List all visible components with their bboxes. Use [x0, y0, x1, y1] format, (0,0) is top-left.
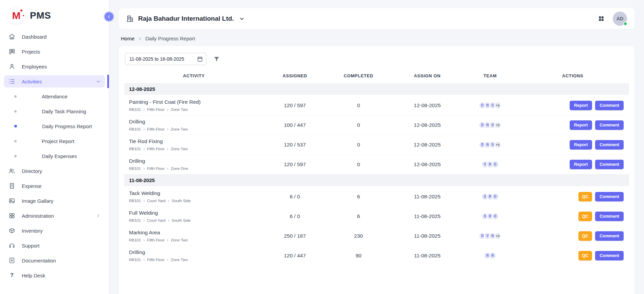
report-button[interactable]: Report [570, 140, 592, 150]
sidebar-item-expense[interactable]: Expense [4, 180, 105, 192]
path-segment: Zone Two [171, 107, 188, 112]
breadcrumb-home-link[interactable]: Home [121, 36, 134, 41]
qc-button[interactable]: QC [578, 212, 592, 221]
avatar-overflow-chip[interactable]: +2 [494, 102, 501, 109]
report-button[interactable]: Report [570, 101, 592, 110]
topbar-right: AD [598, 12, 627, 26]
path-segment: Fifth Floor [147, 258, 165, 262]
column-header-activity: ACTIVITY [124, 73, 263, 78]
column-header-assigned: ASSIGNED [263, 73, 326, 78]
activity-title: Drilling [129, 158, 263, 164]
sidebar-item-label: Daily Progress Report [42, 123, 92, 129]
comment-button[interactable]: Comment [595, 160, 624, 169]
assigned-value: 120 / 597 [263, 161, 326, 168]
activity-location-path: RB101Court YardSouth Side [129, 218, 263, 222]
avatar-chip[interactable]: D [492, 161, 499, 168]
bullet-dot-icon [14, 125, 17, 128]
breadcrumb: Home Daily Progress Report [121, 35, 632, 41]
assign-on-value: 12-08-2025 [391, 102, 464, 109]
sidebar-item-label: Attendance [42, 94, 68, 99]
comment-button[interactable]: Comment [595, 251, 624, 260]
app-name: PMS [30, 10, 51, 21]
completed-value: 6 [326, 194, 391, 200]
sidebar-subitem-daily-progress-report[interactable]: Daily Progress Report [4, 120, 105, 132]
qc-button[interactable]: QC [578, 231, 592, 241]
row-actions: QC Comment [516, 212, 629, 221]
sidebar-subitem-project-report[interactable]: Project Report [4, 135, 105, 147]
report-button[interactable]: Report [570, 120, 592, 130]
list-icon [8, 78, 16, 85]
comment-button[interactable]: Comment [595, 120, 624, 130]
path-segment: Court Yard [147, 218, 166, 222]
main-area: Raja Bahadur International Ltd. AD Home … [109, 0, 644, 294]
sidebar-item-activities[interactable]: Activities [4, 75, 105, 87]
headset-icon [8, 242, 16, 249]
comment-button[interactable]: Comment [595, 212, 624, 221]
sidebar-item-dashboard[interactable]: Dashboard [4, 31, 105, 43]
row-actions: QC Comment [516, 192, 629, 201]
sidebar-item-projects[interactable]: Projects [4, 45, 105, 58]
company-selector[interactable]: Raja Bahadur International Ltd. [126, 15, 245, 22]
sidebar-item-image-gallery[interactable]: Image Gallary [4, 195, 105, 207]
grid-icon [8, 212, 16, 219]
sidebar-item-administration[interactable]: Administration [4, 210, 105, 222]
assigned-value: 120 / 537 [263, 142, 326, 148]
activity-title: Painting - First Coat (Fire Red) [129, 99, 263, 105]
report-button[interactable]: Report [570, 160, 592, 169]
activity-location-path: RB101Court YardSouth Side [129, 199, 263, 203]
path-segment: Zone Two [171, 147, 188, 151]
completed-value: 90 [326, 253, 391, 259]
row-actions: Report Comment [516, 120, 629, 130]
sidebar-subitem-daily-task-planning[interactable]: Daily Task Planning [4, 105, 105, 117]
apps-grid-button[interactable] [598, 15, 605, 22]
activity-cell: Tack Welding RB101Court YardSouth Side [124, 190, 263, 203]
sidebar-item-label: Daily Expenses [42, 153, 77, 159]
sidebar-item-inventory[interactable]: Inventory [4, 224, 105, 237]
avatar-overflow-chip[interactable]: +2 [494, 121, 501, 129]
avatar-overflow-chip[interactable]: +2 [494, 141, 501, 149]
date-range-input[interactable]: 11-08-2025 to 16-08-2025 [125, 53, 206, 65]
comment-button[interactable]: Comment [595, 231, 624, 241]
avatar-chip[interactable]: D [492, 193, 499, 200]
comment-button[interactable]: Comment [595, 192, 624, 201]
comment-button[interactable]: Comment [595, 101, 624, 110]
sidebar-item-directory[interactable]: Directory [4, 165, 105, 177]
assign-on-value: 11-08-2025 [391, 253, 464, 259]
activity-cell: Painting - First Coat (Fire Red) RB101Fi… [124, 99, 263, 112]
avatar-chip[interactable]: D [492, 213, 499, 220]
table-header-row: ACTIVITY ASSIGNED COMPLETED ASSIGN ON TE… [124, 70, 629, 83]
sidebar-item-employees[interactable]: Employees [4, 60, 105, 73]
sidebar-item-documentation[interactable]: Documentation [4, 254, 105, 267]
table-row: Marking Area RB101Fifth FloorZone Two 25… [124, 226, 629, 246]
chevron-right-icon [168, 218, 169, 222]
chevron-right-icon [143, 166, 145, 171]
bullet-dot-icon [14, 155, 17, 157]
filter-button[interactable] [213, 56, 220, 62]
top-header-bar: Raja Bahadur International Ltd. AD [119, 8, 634, 29]
qc-button[interactable]: QC [578, 251, 592, 260]
qc-button[interactable]: QC [578, 192, 592, 201]
activity-title: Drilling [129, 119, 263, 125]
path-segment: Fifth Floor [147, 166, 165, 171]
user-avatar[interactable]: AD [613, 12, 627, 26]
assigned-value: 250 / 187 [263, 233, 326, 239]
comment-button[interactable]: Comment [595, 140, 624, 150]
table-row: Tie Rod Fixing RB101Fifth FloorZone Two … [124, 135, 629, 155]
sidebar-collapse-button[interactable] [105, 12, 113, 21]
avatar-overflow-chip[interactable]: +2 [494, 232, 501, 240]
chevron-right-icon [143, 127, 145, 131]
document-upload-icon [8, 257, 16, 264]
sidebar-item-support[interactable]: Support [4, 239, 105, 252]
sidebar-item-label: Administration [22, 213, 54, 219]
sidebar-subitem-attendance[interactable]: Attendance [4, 90, 105, 102]
chevron-right-icon [167, 107, 168, 112]
sidebar-subitem-daily-expenses[interactable]: Daily Expenses [4, 150, 105, 162]
calendar-icon [197, 56, 203, 62]
receipt-icon [8, 182, 16, 190]
box-icon [8, 227, 16, 234]
avatar-chip[interactable]: R [489, 252, 496, 259]
sidebar-item-help-desk[interactable]: ? Help Desk [4, 269, 105, 281]
activity-location-path: RB101Fifth FloorZone Two [129, 147, 263, 151]
activity-cell: Full Welding RB101Court YardSouth Side [124, 210, 263, 222]
image-icon [8, 197, 16, 204]
